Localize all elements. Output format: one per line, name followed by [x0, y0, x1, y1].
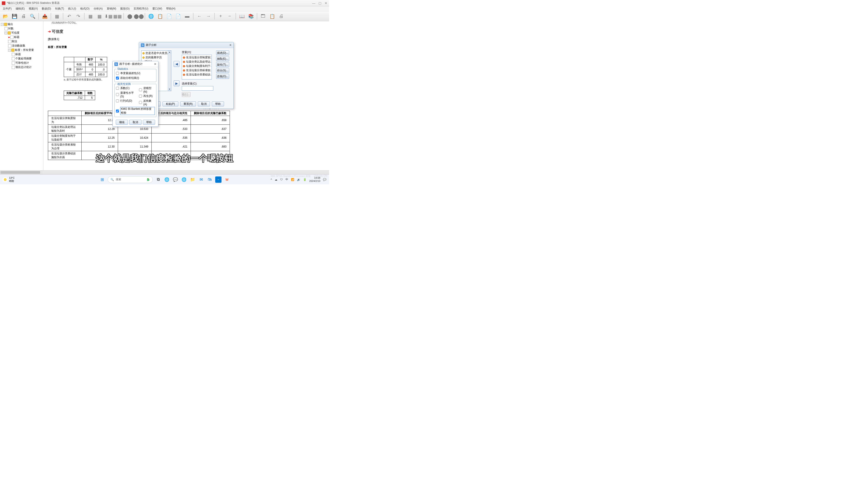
tray-ime-icon[interactable]: 中 — [285, 177, 288, 182]
toolbar-plus-icon[interactable]: + — [217, 12, 225, 20]
toolbar-tool3-icon[interactable]: 📄 — [165, 12, 173, 20]
menu-direct[interactable]: 直销(M) — [105, 6, 118, 11]
select-variable-input[interactable] — [182, 86, 213, 91]
initial-solution-checkbox[interactable] — [116, 76, 119, 79]
toolbar-open-icon[interactable]: 📂 — [1, 12, 9, 20]
app-edge-icon[interactable]: 🌐 — [181, 176, 187, 183]
move-to-variables-button[interactable]: ◀ — [174, 61, 180, 67]
tree-reliability[interactable]: 可信度 — [11, 31, 20, 35]
dialog-close-icon[interactable]: ✕ — [154, 62, 156, 66]
menu-help[interactable]: 帮助(H) — [164, 6, 177, 11]
cancel-button[interactable]: 取消 — [198, 101, 210, 106]
univariate-checkbox[interactable] — [116, 72, 119, 75]
dialog-close-icon[interactable]: ✕ — [229, 43, 232, 47]
menu-file[interactable]: 文件(F) — [1, 6, 13, 11]
anti-image-checkbox[interactable] — [139, 101, 142, 104]
tree-toggle-icon[interactable]: − — [1, 23, 4, 26]
tray-battery-icon[interactable]: 🔋 — [303, 178, 307, 181]
toolbar-book-icon[interactable]: 📖 — [238, 12, 246, 20]
menu-window[interactable]: 窗口(W) — [151, 6, 164, 11]
menu-analyze[interactable]: 分析(A) — [92, 6, 104, 11]
tree-log[interactable]: 对数 — [8, 27, 13, 31]
toolbar-undo-icon[interactable]: ↶ — [65, 12, 73, 20]
tree-notes[interactable]: 附注 — [12, 39, 17, 43]
rotation-button[interactable]: 旋转(T)... — [216, 62, 229, 67]
toolbar-forward-icon[interactable]: → — [204, 12, 213, 20]
extraction-button[interactable]: 抽取(E)... — [216, 56, 229, 61]
toolbar-back-icon[interactable]: ← — [195, 12, 204, 20]
cancel-button-desc[interactable]: 取消 — [129, 120, 142, 125]
tree-scale[interactable]: 标度：所有变量 — [15, 48, 34, 52]
tree-output[interactable]: 输出 — [8, 22, 13, 26]
tree-rel-stats[interactable]: 可靠性统计 — [16, 61, 29, 65]
toolbar-variables-icon[interactable]: ▦▦ — [114, 12, 122, 20]
tree-toggle-icon[interactable]: − — [4, 32, 7, 34]
toolbar-redo-icon[interactable]: ↷ — [74, 12, 82, 20]
value-button[interactable]: 值(L)... — [182, 92, 191, 97]
menu-insert[interactable]: 插入(I) — [66, 6, 78, 11]
reproduced-checkbox[interactable] — [139, 95, 142, 98]
toolbar-select-icon[interactable]: ⬤ — [126, 12, 134, 20]
maximize-button[interactable]: ▢ — [318, 1, 321, 5]
descriptives-button[interactable]: 描述(D)... — [216, 51, 229, 55]
help-button[interactable]: 帮助 — [212, 101, 224, 106]
significance-checkbox[interactable] — [116, 93, 119, 96]
task-view-icon[interactable]: ⧉ — [155, 176, 161, 183]
toolbar-goto-var-icon[interactable]: ⬇▦ — [104, 12, 113, 20]
app-browser-icon[interactable]: 🌐 — [164, 176, 170, 183]
toolbar-tool4-icon[interactable]: 📄 — [174, 12, 182, 20]
tray-security-icon[interactable]: 🛡 — [280, 178, 283, 181]
menu-transform[interactable]: 转换(T) — [53, 6, 66, 11]
minimize-button[interactable]: — — [312, 1, 315, 5]
toolbar-select2-icon[interactable]: ⬤⬤ — [135, 12, 143, 20]
tray-volume-icon[interactable]: 🔊 — [297, 178, 301, 181]
weather-widget[interactable]: 13°C 晴朗 — [3, 176, 15, 182]
tree-toggle-icon[interactable]: − — [8, 49, 11, 52]
tray-wifi-icon[interactable]: 📶 — [291, 178, 294, 181]
app-chat-icon[interactable]: 💬 — [172, 176, 179, 183]
tree-title[interactable]: 标题 — [14, 35, 20, 39]
app-meeting-icon[interactable]: ~ — [215, 176, 221, 183]
start-button[interactable]: ⊞ — [99, 176, 105, 183]
kmo-bartlett-checkbox[interactable] — [116, 109, 119, 112]
toolbar-print-icon[interactable]: 🖨 — [20, 12, 28, 20]
coefficients-checkbox[interactable] — [116, 87, 119, 90]
tree-scale-title[interactable]: 标题 — [16, 53, 21, 56]
determinant-checkbox[interactable] — [116, 99, 119, 102]
reset-button[interactable]: 重置(R) — [180, 101, 196, 106]
toolbar-preview-icon[interactable]: 🔍 — [29, 12, 37, 20]
close-button[interactable]: ✕ — [324, 1, 327, 5]
tree-item-total[interactable]: 项目总计统计 — [16, 65, 32, 69]
move-to-select-button[interactable]: ▶ — [174, 80, 180, 86]
menu-format[interactable]: 格式(O) — [79, 6, 91, 11]
toolbar-recall-icon[interactable]: ▦ — [53, 12, 61, 20]
taskbar-search[interactable]: 🔍 搜索 🐉 — [107, 176, 153, 183]
variables-list[interactable]: 生活垃圾分类制度较为 垃圾分类以及处理运... 垃圾分类制度有利于... 生活垃… — [182, 55, 212, 79]
toolbar-goto-case-icon[interactable]: ▦ — [95, 12, 103, 20]
tray-cloud-icon[interactable]: ☁ — [275, 178, 277, 181]
horizontal-scrollbar[interactable] — [0, 170, 329, 174]
options-button[interactable]: 选项(O)... — [216, 74, 229, 79]
app-wps-icon[interactable]: W — [224, 176, 230, 183]
tree-activedata[interactable]: 活动数据集 — [12, 44, 25, 48]
scroll-up-icon[interactable]: ▴ — [168, 51, 171, 54]
tree-case-summary[interactable]: 个案处理摘要 — [16, 57, 32, 61]
app-store-icon[interactable]: 🛍 — [207, 176, 213, 183]
outline-tree[interactable]: − 输出 对数 − 可信度 ◆ 标题 附注 — [0, 21, 43, 170]
toolbar-clipboard-icon[interactable]: 📋 — [268, 12, 276, 20]
toolbar-goto-icon[interactable]: ▦ — [86, 12, 94, 20]
toolbar-book2-icon[interactable]: 📚 — [247, 12, 255, 20]
menu-edit[interactable]: 编辑(E) — [14, 6, 26, 11]
toolbar-save-icon[interactable]: 💾 — [10, 12, 19, 20]
menu-utilities[interactable]: 实用程序(U) — [132, 6, 150, 11]
list-scrollbar[interactable]: ▴ ▾ — [168, 51, 171, 91]
tray-chevron-up-icon[interactable]: ^ — [271, 178, 272, 181]
toolbar-tool5-icon[interactable]: ▬ — [183, 12, 191, 20]
app-explorer-icon[interactable]: 📁 — [189, 176, 196, 183]
app-mail-icon[interactable]: ✉ — [198, 176, 204, 183]
scroll-down-icon[interactable]: ▾ — [168, 88, 171, 91]
toolbar-minus-icon[interactable]: − — [225, 12, 234, 20]
tray-notification-icon[interactable]: 💬 — [323, 178, 327, 181]
menu-graphs[interactable]: 图形(G) — [119, 6, 131, 11]
continue-button[interactable]: 继续 — [116, 120, 128, 125]
